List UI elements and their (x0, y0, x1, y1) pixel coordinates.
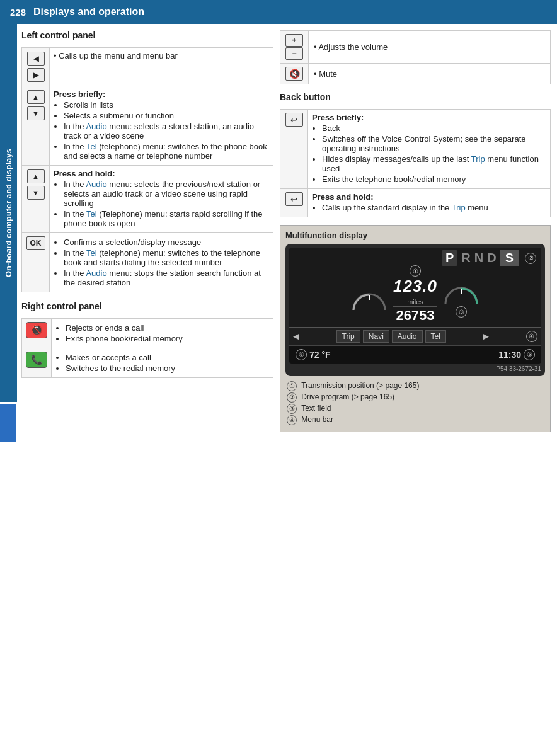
audio-link: Audio (86, 122, 106, 131)
volume-minus-icon[interactable]: − (285, 47, 303, 60)
caption-text-2: Drive program (> page 165) (301, 392, 394, 401)
lr-arrows-stack: ◀ ▶ (26, 51, 45, 83)
volume-plus-icon[interactable]: + (285, 34, 303, 47)
menu-tel[interactable]: Tel (425, 330, 446, 343)
mfd-captions: ① Transmission position (> page 165) ② D… (285, 381, 545, 425)
back-button-hold-icon[interactable]: ↩ (285, 192, 303, 206)
tel-link-3: Tel (86, 248, 97, 258)
left-gauge-svg (350, 289, 388, 311)
mute-icon[interactable]: 🔇 (285, 67, 303, 81)
back-press-briefly-list: Back Switches off the Voice Control Syst… (312, 123, 546, 184)
caption-item: ② Drive program (> page 165) (287, 392, 545, 403)
tel-link-2: Tel (86, 209, 97, 219)
circle-2-indicator: ② (525, 253, 536, 264)
ok-icon-cell: OK (22, 233, 50, 292)
trip-link: Trip (471, 154, 485, 164)
circle-5-indicator: ⑤ (524, 349, 535, 360)
list-item: Rejects or ends a call (66, 323, 269, 333)
caption-item: ① Transmission position (> page 165) (287, 381, 545, 391)
mfd-time: 11:30 (498, 350, 521, 360)
back-press-hold-list: Calls up the standard display in the Tri… (312, 203, 546, 212)
volume-table: + − • Adjusts the volume 🔇 • Mute (280, 30, 551, 84)
mfd-main-number: 123.0 (393, 277, 437, 295)
volume-desc: • Adjusts the volume (309, 31, 551, 64)
reject-call-icon[interactable]: 📵 (26, 322, 47, 338)
lr-arrows-icon-cell: ◀ ▶ (22, 48, 50, 86)
circle-3-indicator: ③ (456, 306, 467, 318)
ok-button-icon[interactable]: OK (26, 236, 45, 250)
circle-1-indicator: ① (410, 265, 421, 277)
ok-desc: Confirms a selection/display message In … (50, 233, 273, 292)
up-arrow-hold-icon[interactable]: ▲ (27, 169, 45, 183)
list-item: Exits the telephone book/redial memory (322, 175, 546, 184)
caption-item: ③ Text field (287, 404, 545, 414)
mfd-title: Multifunction display (285, 231, 545, 240)
table-row: 📞 Makes or accepts a call Switches to th… (22, 348, 273, 378)
back-press-briefly-desc: Press briefly: Back Switches off the Voi… (308, 110, 551, 189)
mute-icon-cell: 🔇 (280, 64, 309, 84)
reject-call-desc: Rejects or ends a call Exits phone book/… (52, 319, 273, 348)
main-content: Left control panel ◀ ▶ • Calls up the me… (16, 24, 557, 442)
accept-call-icon[interactable]: 📞 (26, 352, 47, 368)
ud-arrows-hold-stack: ▲ ▼ (26, 169, 45, 200)
list-item: In the Tel (Telephone) menu: starts rapi… (64, 209, 269, 228)
volume-icon: + − (285, 34, 303, 60)
list-item: Makes or accepts a call (66, 353, 269, 362)
mute-desc: • Mute (309, 64, 551, 84)
menu-items: Trip Navi Audio Tel (336, 330, 446, 343)
left-panel-table: ◀ ▶ • Calls up the menu and menu bar ▲ ▼ (21, 47, 273, 292)
mfd-sub-number: 26753 (393, 308, 437, 323)
down-arrow-hold-icon[interactable]: ▼ (27, 186, 45, 200)
audio-link-3: Audio (86, 268, 106, 278)
back-press-hold-label: Press and hold: (312, 192, 546, 202)
back-button-table: ↩ Press briefly: Back Switches off the V… (280, 109, 551, 217)
down-arrow-icon[interactable]: ▼ (27, 106, 45, 120)
up-arrow-icon[interactable]: ▲ (27, 90, 45, 104)
back-press-hold-icon-cell: ↩ (280, 189, 308, 217)
menu-navi[interactable]: Navi (363, 330, 389, 343)
caption-item: ④ Menu bar (287, 415, 545, 425)
left-column: Left control panel ◀ ▶ • Calls up the me… (21, 30, 273, 436)
right-arrow-icon[interactable]: ▶ (27, 68, 45, 82)
reject-list: Rejects or ends a call Exits phone book/… (55, 323, 269, 343)
caption-circle-4: ④ (287, 415, 297, 425)
volume-icon-cell: + − (280, 31, 309, 64)
back-button-icon[interactable]: ↩ (285, 113, 303, 127)
list-item: Switches off the Voice Control System; s… (322, 134, 546, 153)
menu-audio[interactable]: Audio (392, 330, 423, 343)
right-column: + − • Adjusts the volume 🔇 • Mute Back b… (280, 30, 551, 436)
prnd-d: D (487, 251, 496, 265)
list-item: In the Audio menu: selects the previous/… (64, 180, 269, 208)
menu-right-arrow[interactable]: ▶ (483, 331, 489, 341)
reject-call-icon-cell: 📵 (22, 319, 52, 348)
circle-4-indicator: ④ (526, 331, 537, 342)
list-item: Hides display messages/calls up the last… (322, 154, 546, 173)
back-press-briefly-icon-cell: ↩ (280, 110, 308, 189)
menu-trip[interactable]: Trip (336, 330, 360, 343)
ok-list: Confirms a selection/display message In … (54, 238, 269, 287)
right-panel-title: Right control panel (21, 301, 273, 314)
table-row: ↩ Press briefly: Back Switches off the V… (280, 110, 551, 189)
caption-text-3: Text field (301, 404, 331, 413)
accept-list: Makes or accepts a call Switches to the … (55, 353, 269, 373)
ud-arrows-hold-icon-cell: ▲ ▼ (22, 166, 50, 233)
list-item: In the Audio menu: selects a stored stat… (64, 122, 269, 140)
mfd-unit: miles (393, 297, 437, 307)
left-arrow-icon[interactable]: ◀ (27, 52, 45, 66)
trip-link-2: Trip (452, 203, 466, 212)
ud-arrows-stack: ▲ ▼ (26, 89, 45, 121)
table-row: ▲ ▼ Press briefly: Scrolls in lists Sele… (22, 86, 273, 166)
lr-arrows-desc: • Calls up the menu and menu bar (50, 48, 273, 86)
accept-call-icon-cell: 📞 (22, 348, 52, 378)
mfd-temperature: 72 °F (309, 350, 331, 360)
list-item: Selects a submenu or function (64, 111, 269, 120)
right-gauge-svg (442, 282, 480, 305)
back-press-hold-desc: Press and hold: Calls up the standard di… (308, 189, 551, 217)
caption-text-1: Transmission position (> page 165) (301, 381, 419, 390)
accept-call-desc: Makes or accepts a call Switches to the … (52, 348, 273, 378)
menu-left-arrow[interactable]: ◀ (293, 331, 299, 341)
caption-text-4: Menu bar (301, 415, 333, 424)
calls-up-menu-text: • Calls up the menu and menu bar (54, 51, 178, 60)
back-button-title: Back button (280, 92, 551, 105)
list-item: Scrolls in lists (64, 100, 269, 110)
